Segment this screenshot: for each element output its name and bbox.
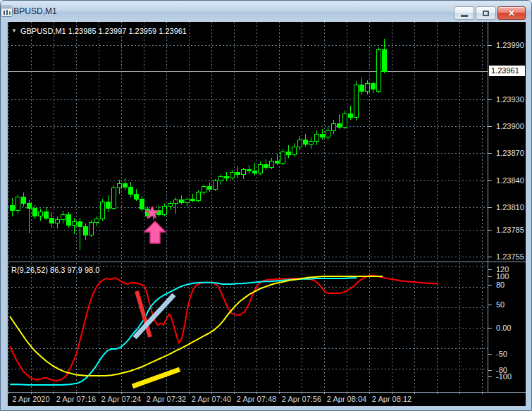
candle-body[interactable]	[197, 192, 201, 201]
candle-body[interactable]	[61, 214, 66, 220]
time-axis[interactable]: 2 Apr 20202 Apr 07:162 Apr 07:242 Apr 07…	[8, 393, 526, 405]
restore-button[interactable]	[476, 6, 496, 20]
candle-body[interactable]	[253, 171, 257, 173]
candle-body[interactable]	[343, 114, 347, 127]
candle-body[interactable]	[33, 208, 37, 216]
candle-body[interactable]	[371, 84, 376, 90]
candle-body[interactable]	[22, 197, 26, 204]
buy-arrow-marker[interactable]	[144, 221, 166, 243]
candle-body[interactable]	[225, 176, 229, 178]
candle-body[interactable]	[315, 134, 319, 141]
candle-body[interactable]	[242, 169, 246, 175]
trendline-yellow[interactable]	[132, 369, 180, 386]
indicator-axis-label: 50	[496, 300, 505, 309]
candle-body[interactable]	[135, 195, 139, 199]
close-button[interactable]: ✕	[497, 6, 526, 20]
candle-body[interactable]	[140, 199, 144, 209]
candle-body[interactable]	[168, 204, 173, 207]
minimize-icon	[461, 15, 468, 17]
time-axis-tick	[121, 392, 122, 394]
price-axis-label: 1.23785	[496, 226, 524, 234]
candle-body[interactable]	[292, 147, 297, 154]
candle-body[interactable]	[106, 202, 111, 208]
candle-body[interactable]	[321, 134, 325, 137]
candle-body[interactable]	[11, 205, 15, 211]
candle-body[interactable]	[247, 169, 252, 171]
candle-body[interactable]	[95, 219, 99, 222]
candle-body[interactable]	[191, 199, 195, 201]
candle-body[interactable]	[326, 130, 330, 137]
candle-body[interactable]	[264, 165, 268, 168]
candle-body[interactable]	[16, 197, 20, 211]
candle-body[interactable]	[298, 140, 302, 147]
minimize-button[interactable]	[454, 6, 474, 20]
candle-body[interactable]	[309, 142, 314, 145]
time-axis-tick	[31, 392, 32, 394]
candle-body[interactable]	[270, 161, 274, 168]
candle-body[interactable]	[39, 211, 43, 216]
indicator-axis-tick	[488, 276, 492, 277]
candle-body[interactable]	[208, 186, 212, 189]
candle-body[interactable]	[287, 152, 291, 155]
candle-body[interactable]	[332, 123, 336, 130]
candle-body[interactable]	[214, 181, 218, 189]
candle-body[interactable]	[174, 200, 178, 204]
candle-body[interactable]	[276, 161, 280, 164]
candle-body[interactable]	[354, 85, 359, 117]
candle-body[interactable]	[123, 184, 128, 188]
indicator-axis-tick	[488, 269, 492, 270]
time-axis-tick	[302, 392, 302, 394]
candle-body[interactable]	[27, 204, 32, 208]
time-axis-tick	[482, 392, 483, 394]
candle-body[interactable]	[219, 176, 223, 180]
title-bar[interactable]: GBPUSD,M1 ✕	[1, 1, 531, 22]
candle-body[interactable]	[360, 85, 364, 91]
candle-body[interactable]	[78, 221, 82, 227]
candle-body[interactable]	[56, 220, 60, 223]
candle-body[interactable]	[50, 218, 54, 223]
candle-body[interactable]	[281, 152, 285, 163]
candle-body[interactable]	[338, 123, 342, 127]
time-axis-tick	[279, 392, 280, 394]
candle-body[interactable]	[304, 140, 308, 144]
indicator-axis-tick	[488, 305, 492, 305]
candle-body[interactable]	[377, 49, 381, 91]
indicator-axis-label: 100	[496, 272, 509, 281]
candle-body[interactable]	[185, 199, 190, 202]
candle-body[interactable]	[44, 211, 49, 218]
time-axis-tick	[256, 392, 257, 394]
indicator-canvas[interactable]	[8, 263, 488, 392]
time-axis-tick	[211, 392, 212, 394]
price-axis-label: 1.23755	[496, 252, 524, 261]
candle-body[interactable]	[236, 172, 240, 175]
time-axis-tick	[99, 392, 99, 394]
price-axis-tick	[488, 230, 492, 231]
indicator-line-yellow[interactable]	[10, 276, 383, 376]
candle-body[interactable]	[73, 221, 77, 225]
candle-body[interactable]	[202, 186, 206, 192]
price-axis[interactable]: 1.239901.239301.239001.238701.238401.238…	[488, 22, 526, 392]
candle-body[interactable]	[259, 165, 263, 173]
time-axis-tick	[347, 392, 347, 394]
time-axis-tick	[414, 392, 415, 394]
candle-body[interactable]	[230, 172, 235, 178]
main-chart-canvas[interactable]	[8, 22, 488, 262]
indicator-axis-label: -50	[496, 350, 507, 358]
candle-body[interactable]	[112, 188, 116, 208]
candle-body[interactable]	[366, 84, 370, 91]
candle-body[interactable]	[84, 227, 88, 235]
candle-body[interactable]	[118, 184, 122, 188]
candle-body[interactable]	[101, 202, 105, 219]
candle-body[interactable]	[129, 188, 133, 195]
collapse-arrow-icon[interactable]: ▼	[11, 27, 17, 34]
time-axis-tick	[369, 392, 370, 394]
candle-body[interactable]	[349, 114, 353, 117]
panel-separator[interactable]	[8, 262, 526, 262]
price-axis-tick	[488, 99, 492, 100]
candle-body[interactable]	[89, 222, 94, 235]
candle-body[interactable]	[67, 214, 71, 225]
candle-body[interactable]	[163, 207, 167, 214]
candle-body[interactable]	[180, 200, 184, 203]
price-axis-tick	[488, 257, 492, 257]
candle-body[interactable]	[383, 49, 387, 71]
